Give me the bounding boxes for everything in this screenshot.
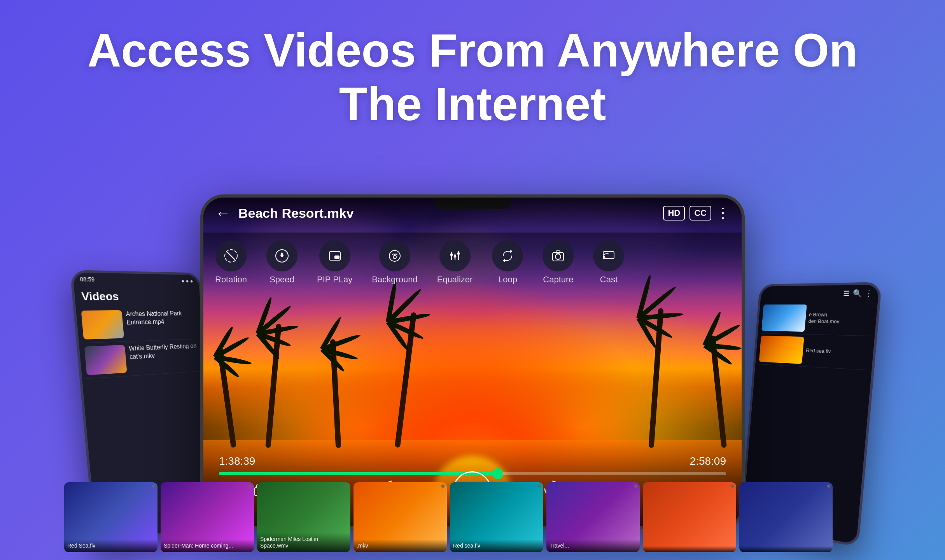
palm-trees — [203, 292, 742, 448]
equalizer-label: Equalizer — [437, 275, 473, 285]
cc-badge: CC — [690, 206, 711, 220]
film-thumb[interactable]: Spiderman Miles Lost in Space.wmv — [257, 482, 350, 552]
svg-point-13 — [457, 252, 460, 255]
speed-label: Speed — [270, 275, 294, 285]
svg-rect-17 — [603, 252, 614, 259]
phone-main: ← Beach Resort.mkv HD CC ⋮ — [200, 194, 745, 529]
time-total: 2:58:09 — [690, 455, 726, 467]
video-thumbnail — [759, 336, 804, 364]
capture-icon — [542, 240, 574, 271]
capture-control[interactable]: Capture — [542, 240, 574, 285]
svg-point-7 — [393, 256, 396, 259]
time-current: 1:38:39 — [219, 455, 255, 467]
hero-title: Access Videos From Anywhere On The Inter… — [0, 23, 945, 131]
video-thumbnail — [81, 310, 124, 340]
film-thumb-overlay: Red sea.flv — [450, 539, 543, 552]
speed-control[interactable]: Speed — [266, 240, 298, 285]
loop-icon — [492, 240, 523, 271]
film-thumb-overlay: .mkv — [354, 539, 447, 552]
list-item[interactable]: Red sea.flv — [755, 333, 875, 370]
back-button[interactable]: ← — [215, 205, 231, 222]
film-thumb-dot — [538, 485, 541, 488]
video-title: e Brownden Boat.mov — [808, 312, 840, 325]
player-screen: ← Beach Resort.mkv HD CC ⋮ — [203, 198, 742, 526]
rotation-icon — [215, 240, 247, 271]
background-icon — [379, 240, 410, 271]
player-badges: HD CC — [663, 206, 711, 220]
film-thumb-overlay — [643, 546, 736, 552]
video-thumbnail — [761, 304, 807, 332]
film-thumb[interactable]: .mkv — [354, 482, 447, 552]
svg-line-1 — [228, 252, 234, 259]
film-thumb-overlay — [739, 546, 833, 552]
pip-icon — [319, 240, 350, 271]
svg-point-3 — [281, 255, 283, 257]
film-thumb[interactable] — [643, 482, 736, 552]
right-phone-top: ☰ 🔍 ⋮ — [760, 285, 879, 303]
equalizer-icon — [439, 240, 471, 271]
cast-label: Cast — [600, 275, 618, 285]
left-phone-status: 08:59 ● ● ● — [73, 272, 199, 287]
menu-dots-button[interactable]: ⋮ — [716, 205, 730, 221]
hero-section: Access Videos From Anywhere On The Inter… — [0, 0, 945, 131]
player-topbar: ← Beach Resort.mkv HD CC ⋮ — [203, 198, 742, 229]
pip-label: PIP PLay — [317, 275, 352, 285]
cast-control[interactable]: Cast — [593, 240, 624, 285]
film-strip: Red Sea.flv Spider-Man: Home coming... S… — [64, 482, 881, 560]
left-phone-header: Videos — [74, 286, 201, 308]
list-item[interactable]: e Brownden Boat.mov — [758, 302, 878, 336]
svg-point-15 — [555, 254, 561, 259]
player-filename: Beach Resort.mkv — [238, 206, 663, 221]
film-thumb[interactable]: Red sea.flv — [450, 482, 543, 552]
video-thumbnail — [84, 345, 127, 375]
svg-point-18 — [603, 257, 605, 259]
cast-icon — [593, 240, 624, 271]
svg-rect-5 — [334, 256, 340, 259]
film-thumb-dot — [634, 485, 637, 488]
film-thumb[interactable]: Red Sea.flv — [64, 482, 158, 552]
film-thumb-overlay: Spider-Man: Home coming... — [161, 539, 254, 552]
film-thumb-dot — [827, 485, 830, 488]
speed-icon — [266, 240, 298, 271]
rotation-label: Rotation — [215, 275, 247, 285]
menu-icon: ☰ — [843, 289, 850, 298]
film-thumb[interactable]: Travel... — [546, 482, 640, 552]
capture-label: Capture — [543, 275, 573, 285]
film-thumb-dot — [731, 485, 734, 488]
svg-point-12 — [454, 255, 456, 257]
loop-label: Loop — [498, 275, 517, 285]
film-thumb-dot — [441, 485, 444, 488]
film-thumb-dot — [345, 485, 348, 488]
list-item[interactable]: White Butterfly Resting on cat's.mkv — [79, 339, 206, 379]
film-thumb-overlay: Travel... — [546, 539, 640, 552]
film-thumb-dot — [152, 485, 155, 488]
video-title: Red sea.flv — [806, 347, 831, 355]
background-control[interactable]: Background — [372, 240, 417, 285]
time-row: 1:38:39 2:58:09 — [219, 455, 726, 467]
rotation-control[interactable]: Rotation — [215, 240, 247, 285]
controls-toolbar: Rotation Speed — [203, 233, 742, 292]
background-label: Background — [372, 275, 417, 285]
more-icon: ⋮ — [865, 289, 873, 298]
loop-control[interactable]: Loop — [492, 240, 523, 285]
pip-control[interactable]: PIP PLay — [317, 240, 352, 285]
film-thumb-overlay: Red Sea.flv — [64, 539, 158, 552]
svg-point-11 — [450, 254, 453, 256]
film-thumb-dot — [248, 485, 252, 488]
hd-badge: HD — [663, 206, 685, 220]
film-thumb[interactable]: Spider-Man: Home coming... — [161, 482, 254, 552]
film-thumb-overlay: Spiderman Miles Lost in Space.wmv — [257, 533, 350, 552]
film-thumb[interactable] — [739, 482, 833, 552]
search-icon: 🔍 — [852, 289, 862, 298]
list-item[interactable]: Arches National Park Entrance.mp4 — [76, 306, 203, 343]
equalizer-control[interactable]: Equalizer — [437, 240, 473, 285]
